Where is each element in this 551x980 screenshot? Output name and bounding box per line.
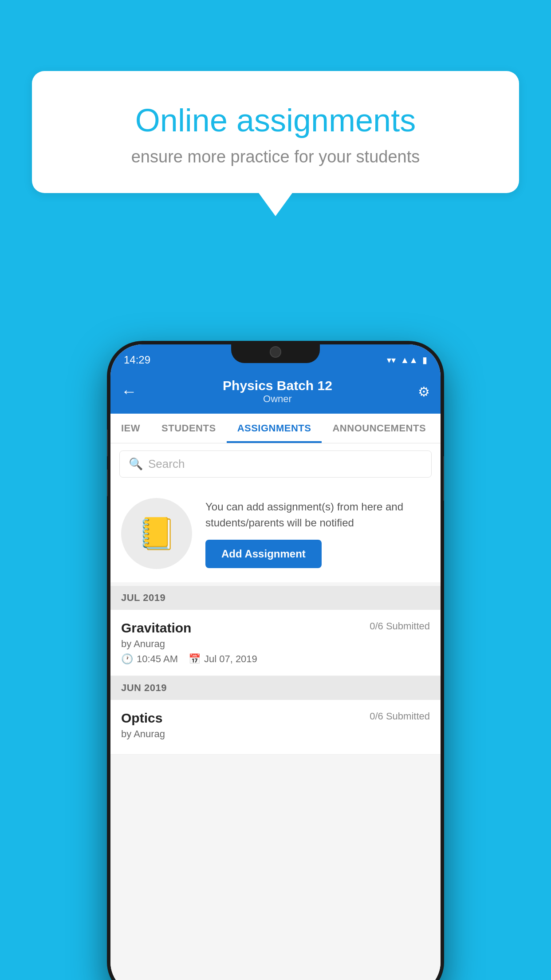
status-time: 14:29 (124, 354, 150, 366)
assignment-date: 📅 Jul 07, 2019 (189, 653, 257, 665)
app-header: ← Physics Batch 12 Owner ⚙ (110, 371, 441, 414)
assignment-time: 🕐 10:45 AM (121, 653, 178, 665)
tab-iew[interactable]: IEW (110, 414, 151, 443)
assignment-notebook-icon: 📒 (138, 515, 176, 552)
assignment-submitted-optics: 0/6 Submitted (370, 711, 430, 722)
speech-bubble-container: Online assignments ensure more practice … (32, 71, 519, 193)
content-area: 🔍 Search 📒 You can add assignment(s) fro… (110, 443, 441, 980)
battery-icon: ▮ (422, 355, 427, 365)
section-header-jun-2019: JUN 2019 (110, 676, 441, 700)
assignment-author: by Anurag (121, 638, 430, 650)
search-bar[interactable]: 🔍 Search (119, 450, 432, 478)
assignment-time-value: 10:45 AM (137, 653, 178, 665)
calendar-icon: 📅 (189, 653, 201, 665)
phone-frame: 14:29 ▾▾ ▲▲ ▮ ← Physics Batch 12 Owner ⚙… (107, 341, 444, 980)
back-button[interactable]: ← (121, 382, 137, 401)
header-subtitle: Owner (223, 393, 332, 405)
volume-down-button[interactable] (107, 470, 108, 496)
tabs-bar: IEW STUDENTS ASSIGNMENTS ANNOUNCEMENTS (110, 414, 441, 443)
section-header-jul-2019: JUL 2019 (110, 586, 441, 610)
assignment-info-text: You can add assignment(s) from here and … (205, 499, 430, 531)
speech-bubble-title: Online assignments (67, 102, 484, 138)
tab-announcements[interactable]: ANNOUNCEMENTS (322, 414, 437, 443)
header-title: Physics Batch 12 (223, 378, 332, 393)
signal-icon: ▲▲ (400, 355, 418, 365)
search-icon: 🔍 (129, 457, 143, 471)
phone-notch (231, 341, 320, 363)
wifi-icon: ▾▾ (387, 355, 396, 365)
assignment-item-optics[interactable]: Optics 0/6 Submitted by Anurag (110, 700, 441, 755)
tab-assignments[interactable]: ASSIGNMENTS (227, 414, 322, 443)
phone-screen: 14:29 ▾▾ ▲▲ ▮ ← Physics Batch 12 Owner ⚙… (110, 344, 441, 980)
clock-icon: 🕐 (121, 653, 133, 665)
speech-bubble: Online assignments ensure more practice … (32, 71, 519, 193)
tab-students[interactable]: STUDENTS (151, 414, 227, 443)
volume-up-button[interactable] (107, 430, 108, 456)
assignment-icon-circle: 📒 (121, 498, 192, 569)
add-assignment-section: 📒 You can add assignment(s) from here an… (110, 485, 441, 582)
power-button[interactable] (443, 456, 444, 501)
assignment-date-value: Jul 07, 2019 (204, 653, 257, 665)
header-title-group: Physics Batch 12 Owner (223, 378, 332, 405)
assignment-item-header: Gravitation 0/6 Submitted (121, 620, 430, 636)
assignment-item-header-optics: Optics 0/6 Submitted (121, 711, 430, 726)
status-icons: ▾▾ ▲▲ ▮ (387, 355, 427, 365)
assignment-meta: 🕐 10:45 AM 📅 Jul 07, 2019 (121, 653, 430, 665)
assignment-author-optics: by Anurag (121, 728, 430, 740)
assignment-info: You can add assignment(s) from here and … (205, 499, 430, 568)
assignment-name-optics: Optics (121, 711, 162, 726)
assignment-item-gravitation[interactable]: Gravitation 0/6 Submitted by Anurag 🕐 10… (110, 610, 441, 676)
add-assignment-button[interactable]: Add Assignment (205, 540, 322, 568)
assignment-submitted: 0/6 Submitted (370, 620, 430, 632)
assignment-name: Gravitation (121, 620, 191, 636)
camera (270, 346, 281, 358)
settings-button[interactable]: ⚙ (418, 384, 430, 399)
search-container: 🔍 Search (110, 443, 441, 485)
speech-bubble-subtitle: ensure more practice for your students (67, 147, 484, 166)
search-placeholder: Search (148, 457, 185, 471)
